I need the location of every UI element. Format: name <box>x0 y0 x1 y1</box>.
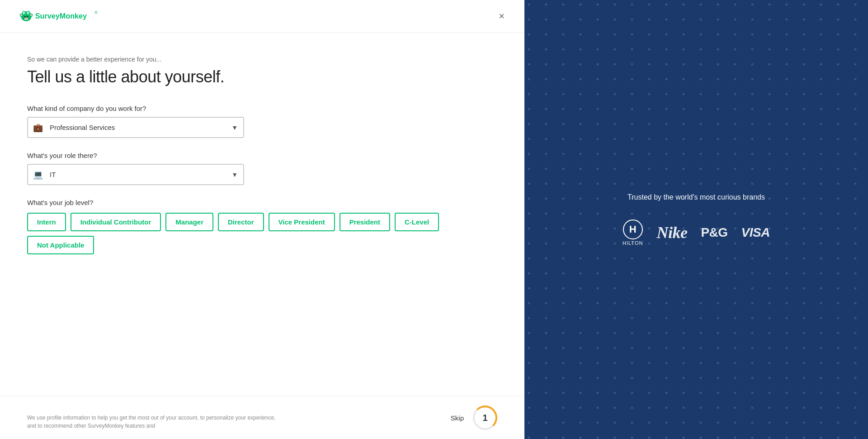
svg-point-603 <box>631 437 633 439</box>
svg-point-355 <box>837 243 840 245</box>
svg-point-361 <box>597 258 599 260</box>
svg-point-165 <box>665 108 668 110</box>
svg-point-586 <box>683 422 685 424</box>
svg-point-489 <box>734 347 736 349</box>
svg-point-47 <box>700 19 702 21</box>
svg-point-409 <box>734 287 736 290</box>
svg-point-229 <box>734 153 736 155</box>
svg-point-605 <box>665 437 668 439</box>
svg-point-574 <box>820 407 822 409</box>
right-panel: Trusted by the world's most curious bran… <box>524 0 868 439</box>
svg-point-228 <box>717 153 719 155</box>
svg-point-234 <box>820 153 822 155</box>
svg-point-547 <box>700 392 702 394</box>
job-btn-individual-contributor[interactable]: Individual Contributor <box>71 213 161 231</box>
svg-point-13 <box>20 14 23 16</box>
svg-point-457 <box>528 332 530 334</box>
job-btn-manager[interactable]: Manager <box>165 213 213 231</box>
svg-point-498 <box>545 362 547 364</box>
svg-point-406 <box>683 287 685 290</box>
svg-point-486 <box>683 347 685 349</box>
svg-point-242 <box>614 168 616 170</box>
svg-point-91 <box>769 48 771 51</box>
skip-button[interactable]: Skip <box>451 414 464 422</box>
svg-point-314 <box>820 213 822 215</box>
svg-point-566 <box>683 407 685 409</box>
svg-point-169 <box>734 108 736 110</box>
svg-point-476 <box>854 332 857 334</box>
svg-point-515 <box>837 362 840 364</box>
svg-point-176 <box>854 108 857 110</box>
svg-point-88 <box>717 48 719 51</box>
job-btn-intern[interactable]: Intern <box>27 213 66 231</box>
svg-point-513 <box>803 362 805 364</box>
svg-point-454 <box>820 317 822 320</box>
svg-point-595 <box>837 422 840 424</box>
svg-point-301 <box>597 213 599 215</box>
svg-point-103 <box>631 63 633 66</box>
svg-point-57 <box>528 33 530 36</box>
svg-point-392 <box>786 272 788 275</box>
svg-point-225 <box>665 153 668 155</box>
svg-point-321 <box>597 228 599 230</box>
svg-point-243 <box>631 168 633 170</box>
job-btn-vice-president[interactable]: Vice President <box>269 213 335 231</box>
svg-point-195 <box>837 123 840 125</box>
svg-point-341 <box>597 243 599 245</box>
job-btn-c-level[interactable]: C-Level <box>395 213 439 231</box>
svg-point-460 <box>580 332 582 334</box>
svg-point-70 <box>751 33 754 36</box>
svg-point-360 <box>580 258 582 260</box>
svg-point-572 <box>786 407 788 409</box>
svg-point-56 <box>854 19 857 21</box>
svg-point-241 <box>597 168 599 170</box>
svg-point-398 <box>545 287 547 290</box>
hilton-circle-icon: H <box>623 220 643 239</box>
svg-point-516 <box>854 362 857 364</box>
svg-point-458 <box>545 332 547 334</box>
svg-point-396 <box>854 272 857 275</box>
svg-point-412 <box>786 287 788 290</box>
svg-point-571 <box>769 407 771 409</box>
svg-point-524 <box>648 377 651 379</box>
svg-point-202 <box>614 138 616 140</box>
svg-point-523 <box>631 377 633 379</box>
svg-point-591 <box>769 422 771 424</box>
svg-point-445 <box>665 317 668 320</box>
svg-point-397 <box>528 287 530 290</box>
header: SurveyMonkey ® × <box>0 0 524 33</box>
svg-point-232 <box>786 153 788 155</box>
svg-point-224 <box>648 153 651 155</box>
svg-point-418 <box>545 302 547 305</box>
job-btn-director[interactable]: Director <box>218 213 264 231</box>
svg-point-485 <box>665 347 668 349</box>
role-select[interactable]: IT Marketing Sales HR Operations Finance… <box>27 164 244 185</box>
svg-point-17 <box>528 4 530 6</box>
svg-point-533 <box>803 377 805 379</box>
svg-point-410 <box>751 287 754 290</box>
role-section: What's your role there? 💻 IT Marketing S… <box>27 152 497 185</box>
svg-point-503 <box>631 362 633 364</box>
svg-point-92 <box>786 48 788 51</box>
svg-point-213 <box>803 138 805 140</box>
svg-point-441 <box>597 317 599 320</box>
svg-point-36 <box>854 4 857 6</box>
svg-point-140 <box>580 93 582 95</box>
close-button[interactable]: × <box>497 10 506 23</box>
job-btn-president[interactable]: President <box>340 213 390 231</box>
svg-point-580 <box>580 422 582 424</box>
svg-point-601 <box>597 437 599 439</box>
svg-point-55 <box>837 19 840 21</box>
company-select[interactable]: Professional Services Technology Healthc… <box>27 117 244 138</box>
svg-point-405 <box>665 287 668 290</box>
svg-point-94 <box>820 48 822 51</box>
svg-point-488 <box>717 347 719 349</box>
svg-point-35 <box>837 4 840 6</box>
svg-point-579 <box>562 422 565 424</box>
svg-point-545 <box>665 392 668 394</box>
job-btn-not-applicable[interactable]: Not Applicable <box>27 236 94 254</box>
svg-point-491 <box>769 347 771 349</box>
svg-point-435 <box>837 302 840 305</box>
svg-point-420 <box>580 302 582 305</box>
svg-point-110 <box>751 63 754 66</box>
